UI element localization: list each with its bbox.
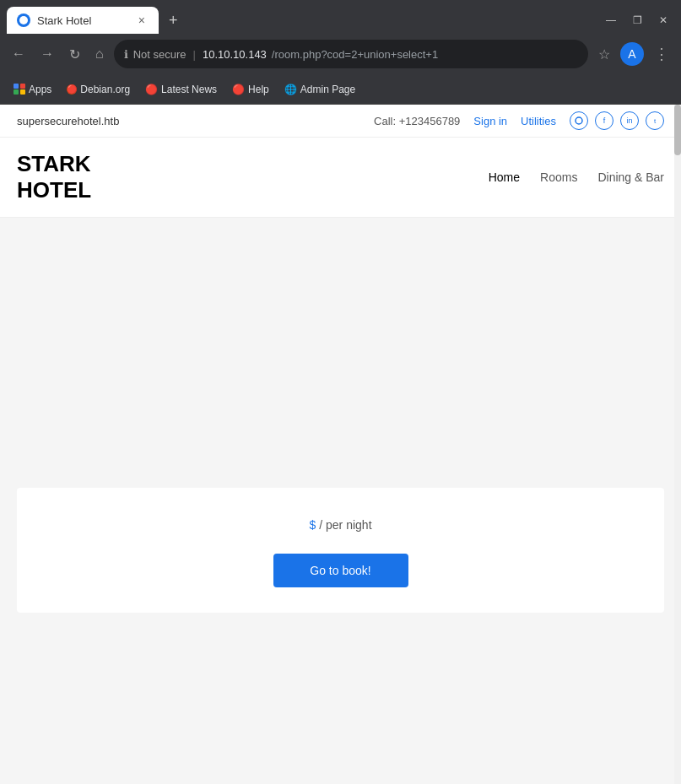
close-button[interactable]: ✕ [652,13,674,28]
nav-rooms[interactable]: Rooms [540,170,577,184]
site-content: $ / per night Go to book! [0,488,681,784]
debian-favicon: 🔴 [67,84,77,95]
browser-chrome: Stark Hotel × + — ❐ ✕ ← → ↻ ⌂ ℹ Not secu… [0,0,681,105]
book-button[interactable]: Go to book! [273,554,408,587]
utilities-link[interactable]: Utilities [521,115,556,127]
apps-grid-icon [14,84,25,95]
tab-close-button[interactable]: × [135,12,149,29]
social-icon-3[interactable]: in [620,111,639,130]
minimize-button[interactable]: — [599,13,623,28]
bookmark-news-label: Latest News [161,84,217,95]
bookmark-admin[interactable]: 🌐 Admin Page [278,80,362,99]
home-button[interactable]: ⌂ [90,43,109,65]
scrollbar-thumb[interactable] [674,105,681,155]
forward-button[interactable]: → [35,43,59,65]
social-icons: f in t [570,111,664,130]
tab-favicon [17,14,30,27]
svg-point-0 [19,16,28,24]
social-icon-2[interactable]: f [595,111,613,130]
admin-favicon: 🌐 [284,84,297,95]
nav-home[interactable]: Home [489,170,520,184]
new-tab-button[interactable]: + [162,8,185,33]
site-nav-links: Home Rooms Dining & Bar [489,170,664,184]
website-frame: supersecurehotel.htb Call: +123456789 Si… [0,105,681,784]
social-icon-1[interactable] [570,111,588,130]
nav-dining[interactable]: Dining & Bar [597,170,664,184]
logo-line1: STARK [17,151,91,177]
refresh-button[interactable]: ↻ [64,43,85,66]
not-secure-label: Not secure [133,48,186,61]
price-per-night: / per night [319,518,371,532]
bookmark-apps[interactable]: Apps [7,80,58,99]
site-logo: STARK HOTEL [17,151,91,203]
profile-initial: A [628,47,635,61]
signin-link[interactable]: Sign in [473,115,507,127]
security-icon: ℹ [124,48,128,61]
social-icon-4[interactable]: t [646,111,664,130]
bookmark-debian[interactable]: 🔴 Debian.org [60,80,137,99]
bookmark-star-icon[interactable]: ☆ [593,43,615,66]
scrollbar-track [674,105,681,784]
url-separator: | [193,48,196,61]
url-domain: 10.10.10.143 [203,48,267,61]
bookmark-apps-label: Apps [29,84,51,95]
maximize-button[interactable]: ❐ [626,13,649,28]
site-topbar-right: Call: +123456789 Sign in Utilities f in … [374,111,664,130]
svg-point-1 [576,117,582,124]
price-row: $ / per night [34,505,647,545]
site-topbar: supersecurehotel.htb Call: +123456789 Si… [0,105,681,138]
active-tab[interactable]: Stark Hotel × [7,7,159,34]
bookmark-admin-label: Admin Page [300,84,355,95]
call-info: Call: +123456789 [374,115,460,127]
bookmark-help-label: Help [248,84,269,95]
news-favicon: 🔴 [145,84,158,95]
address-bar[interactable]: ℹ Not secure | 10.10.10.143 /room.php?co… [114,40,588,68]
bookmark-news[interactable]: 🔴 Latest News [138,80,224,99]
room-card: $ / per night Go to book! [17,488,664,613]
tab-bar: Stark Hotel × + — ❐ ✕ [0,0,681,34]
help-favicon: 🔴 [232,84,245,95]
address-bar-row: ← → ↻ ⌂ ℹ Not secure | 10.10.10.143 /roo… [0,34,681,74]
back-button[interactable]: ← [7,43,30,65]
bookmark-help[interactable]: 🔴 Help [225,80,276,99]
site-domain: supersecurehotel.htb [17,115,119,127]
url-path: /room.php?cod=2+union+select+1 [272,48,438,61]
bookmark-debian-label: Debian.org [80,84,130,95]
dollar-sign: $ [309,518,316,532]
bookmarks-bar: Apps 🔴 Debian.org 🔴 Latest News 🔴 Help 🌐… [0,74,681,105]
window-controls: — ❐ ✕ [599,13,674,28]
menu-icon[interactable]: ⋮ [649,41,674,67]
profile-icon[interactable]: A [620,42,644,66]
tab-title: Stark Hotel [37,14,128,27]
site-navbar: STARK HOTEL Home Rooms Dining & Bar [0,138,681,218]
logo-line2: HOTEL [17,177,91,203]
